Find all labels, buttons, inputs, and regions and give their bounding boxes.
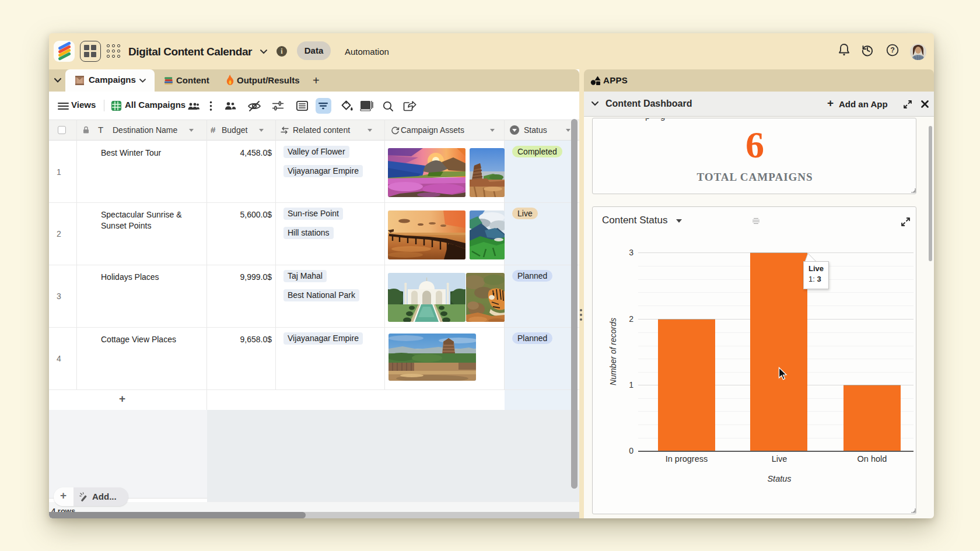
svg-text:?: ? [890, 46, 895, 54]
